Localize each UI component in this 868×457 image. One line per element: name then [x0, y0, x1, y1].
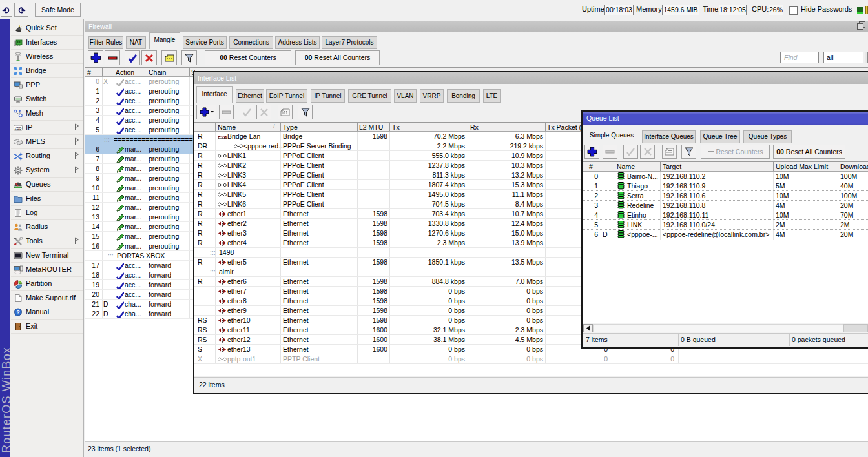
svg-text:255: 255	[15, 126, 22, 130]
svg-text:?: ?	[16, 309, 19, 316]
